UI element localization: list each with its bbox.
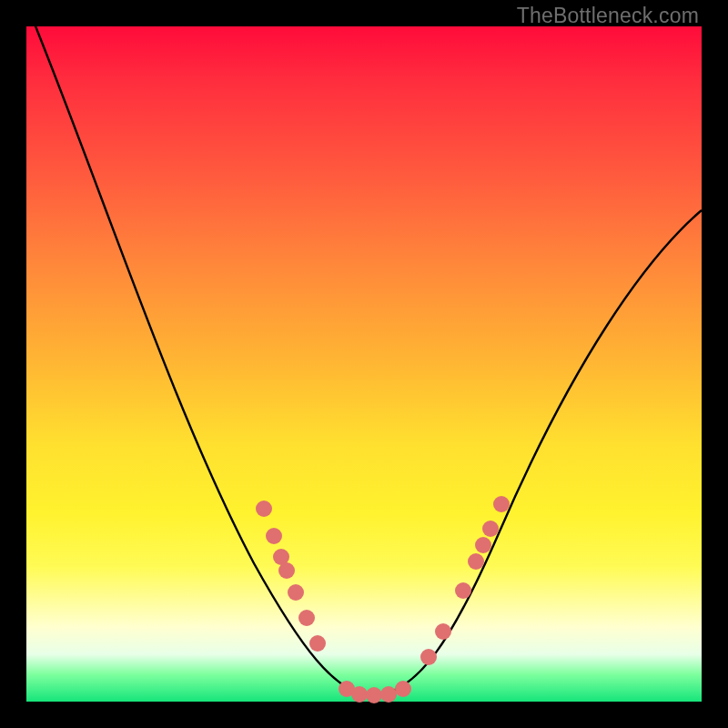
marker-group [256, 496, 510, 703]
marker-dot [366, 687, 382, 703]
bottleneck-curve [26, 4, 702, 695]
curve-svg [26, 26, 702, 702]
marker-dot [475, 537, 491, 553]
marker-dot [278, 562, 295, 579]
marker-dot [298, 610, 315, 626]
marker-dot [395, 681, 411, 697]
marker-dot [351, 686, 368, 703]
marker-dot [420, 649, 437, 665]
plot-area [26, 26, 702, 702]
watermark-text: TheBottleneck.com [517, 4, 699, 28]
marker-dot [468, 553, 484, 570]
marker-dot [482, 521, 499, 537]
marker-dot [435, 623, 451, 640]
marker-dot [455, 582, 471, 599]
marker-dot [309, 635, 326, 652]
marker-dot [493, 496, 510, 512]
marker-dot [380, 686, 397, 703]
chart-frame: TheBottleneck.com [0, 0, 728, 728]
marker-dot [266, 528, 282, 544]
marker-dot [256, 500, 272, 517]
marker-dot [288, 584, 304, 601]
